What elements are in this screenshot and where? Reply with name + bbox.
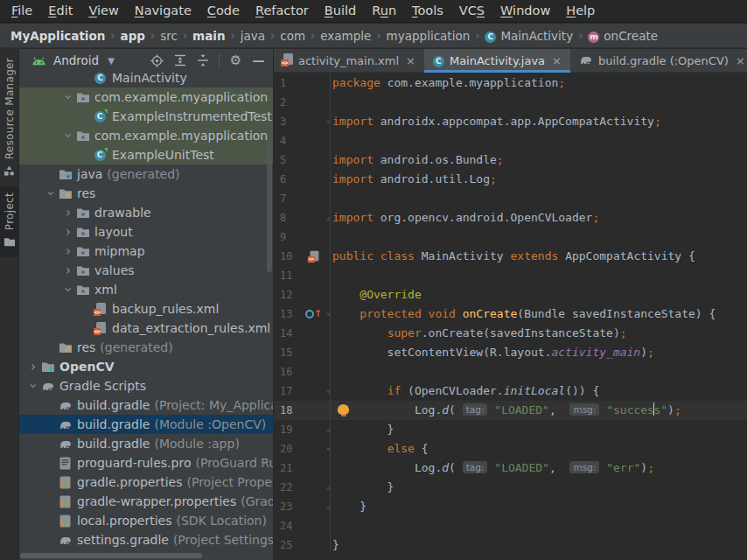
chevron-expanded-icon[interactable]: › <box>61 283 75 297</box>
tab-build-gradle-opencv[interactable]: build.gradle (:OpenCV)× <box>570 49 747 72</box>
tree-item-settings-gradle-project-settings[interactable]: settings.gradle(Project Settings) <box>19 530 273 550</box>
breadcrumb-app[interactable]: app <box>121 29 145 43</box>
menu-help[interactable]: Help <box>558 0 603 22</box>
chevron-expanded-icon[interactable]: › <box>26 379 40 393</box>
toolbar-collapse-all-icon[interactable] <box>195 53 210 68</box>
layout-gutter-icon[interactable]: <> <box>305 247 322 266</box>
module-icon <box>40 360 55 374</box>
tree-item-com-example-myapplication-androidtest[interactable]: ›com.example.myapplication(androidTest) <box>19 88 273 107</box>
close-icon[interactable]: × <box>406 54 415 67</box>
menu-refactor[interactable]: Refactor <box>248 0 317 22</box>
chevron-down-icon[interactable]: ▼ <box>108 56 115 66</box>
chevron-expanded-icon[interactable]: › <box>61 90 75 104</box>
code-text: } <box>331 497 747 516</box>
breadcrumb: MyApplication›app›src›main›java›com›exam… <box>0 24 747 48</box>
intention-bulb-icon[interactable] <box>338 404 349 415</box>
tree-item-values[interactable]: ›values <box>19 261 273 280</box>
toolbar-locate-icon[interactable] <box>150 53 164 68</box>
tree-item-drawable[interactable]: ›drawable <box>19 203 273 222</box>
tree-item-exampleunittest[interactable]: CExampleUnitTest <box>19 145 273 164</box>
breadcrumb-java[interactable]: java <box>241 29 265 43</box>
breadcrumb-src[interactable]: src <box>160 29 178 43</box>
chevron-expanded-icon[interactable]: › <box>61 129 75 143</box>
gutter: 20▿ <box>274 439 331 458</box>
close-icon[interactable]: × <box>552 54 562 67</box>
gutter-icon-spacer <box>305 74 322 93</box>
chevron-collapsed-icon[interactable]: › <box>26 360 40 374</box>
tree-item-build-gradle-project-my-application[interactable]: build.gradle(Project: My_Application) <box>19 396 273 415</box>
code-token: Log. <box>332 461 442 474</box>
toolbar-hide-icon[interactable]: — <box>251 53 266 68</box>
tree-item-gradle-scripts[interactable]: ›Gradle Scripts <box>19 376 273 396</box>
breadcrumb-example[interactable]: example <box>320 29 371 43</box>
menu-window[interactable]: Window <box>492 0 558 22</box>
tree-item-res[interactable]: ›res <box>19 184 273 203</box>
stripe-tab-project[interactable]: Project <box>0 186 19 257</box>
chevron-collapsed-icon[interactable]: › <box>61 244 75 258</box>
code-editor[interactable]: 1package com.example.myapplication;23▿im… <box>274 72 747 560</box>
menu-edit[interactable]: Edit <box>40 0 80 22</box>
menu-file[interactable]: File <box>3 0 40 22</box>
code-line-25: 25} <box>274 536 747 555</box>
method-icon: m <box>588 28 599 43</box>
toolbar-expand-all-icon[interactable] <box>172 53 187 68</box>
code-text: super.onCreate(savedInstanceState); <box>331 324 747 343</box>
code-token: ; <box>674 403 681 416</box>
tab-mainactivity-java[interactable]: CMainActivity.java× <box>424 49 570 72</box>
menu-run[interactable]: Run <box>364 0 404 22</box>
vertical-scrollbar[interactable] <box>267 141 272 272</box>
close-icon[interactable]: × <box>736 54 745 67</box>
tree-item-mipmap[interactable]: ›mipmap <box>19 242 273 261</box>
menu-build[interactable]: Build <box>317 0 364 22</box>
breadcrumb-oncreate[interactable]: monCreate <box>588 28 658 43</box>
tree-item-exampleinstrumentedtest[interactable]: CExampleInstrumentedTest <box>19 107 273 126</box>
breadcrumb-com[interactable]: com <box>280 29 305 43</box>
code-token: ()) { <box>565 384 599 397</box>
line-number: 12 <box>274 285 305 304</box>
line-number: 3 <box>274 112 305 131</box>
override-gutter-icon[interactable]: ↑ <box>305 304 322 324</box>
code-token: initLocal <box>504 384 565 397</box>
code-token: @Override <box>360 288 421 301</box>
code-text <box>331 189 747 208</box>
tree-item-local-properties-sdk-location[interactable]: local.properties(SDK Location) <box>19 511 273 530</box>
breadcrumb-main[interactable]: main <box>192 29 225 43</box>
code-token <box>332 326 387 340</box>
chevron-collapsed-icon[interactable]: › <box>61 206 75 220</box>
tree-item-proguard-rules-pro-proguard-rules-for-app[interactable]: proguard-rules.pro(ProGuard Rules for "a… <box>19 453 273 472</box>
chevron-expanded-icon[interactable]: › <box>44 186 58 200</box>
chevron-collapsed-icon[interactable]: › <box>61 225 75 239</box>
code-token: (OpenCVLoader. <box>408 384 504 397</box>
tree-item-xml[interactable]: ›xml <box>19 280 273 299</box>
tree-item-qualifier: (SDK Location) <box>177 514 267 528</box>
menu-vcs[interactable]: VCS <box>451 0 492 22</box>
tree-item-gradle-properties-project-properties[interactable]: gradle.properties(Project Properties) <box>19 472 273 492</box>
tree-item-mainactivity[interactable]: CMainActivity <box>19 68 273 88</box>
tree-item-gradle-wrapper-properties-gradle-version[interactable]: gradle-wrapper.properties(Gradle Version… <box>19 492 273 511</box>
horizontal-scrollbar[interactable] <box>20 553 202 558</box>
chevron-collapsed-icon[interactable]: › <box>61 263 75 277</box>
tree-item-com-example-myapplication-test[interactable]: ›com.example.myapplication(test) <box>19 126 273 145</box>
menu-view[interactable]: View <box>80 0 126 22</box>
class-icon: C <box>485 28 496 43</box>
tree-item-layout[interactable]: ›layout <box>19 222 273 242</box>
breadcrumb-mainactivity[interactable]: CMainActivity <box>485 28 573 43</box>
menu-navigate[interactable]: Navigate <box>127 0 199 22</box>
tree-item-opencv[interactable]: ›OpenCV <box>19 357 273 376</box>
stripe-tab-resource-manager[interactable]: Resource Manager <box>0 52 19 186</box>
tree-item-res-generated[interactable]: res(generated) <box>19 338 273 357</box>
toolbar-settings-icon[interactable]: ⚙ <box>228 53 243 68</box>
tab-activity-main-xml[interactable]: <>activity_main.xml× <box>274 49 424 72</box>
menu-code[interactable]: Code <box>199 0 248 22</box>
breadcrumb-separator: › <box>150 29 155 42</box>
tree-item-java-generated[interactable]: java(generated) <box>19 164 273 184</box>
project-view-selector[interactable]: Android <box>53 53 99 67</box>
tree-item-build-gradle-module-opencv[interactable]: build.gradle(Module :OpenCV) <box>19 415 273 434</box>
gutter-icon-spacer <box>305 150 322 170</box>
breadcrumb-myapplication[interactable]: myapplication <box>387 29 471 43</box>
tree-item-backup-rules-xml[interactable]: <>backup_rules.xml <box>19 299 273 318</box>
tree-item-build-gradle-module-app[interactable]: build.gradle(Module :app) <box>19 434 273 453</box>
breadcrumb-myapplication[interactable]: MyApplication <box>10 29 105 43</box>
tree-item-data-extraction-rules-xml[interactable]: <>data_extraction_rules.xml <box>19 318 273 338</box>
menu-tools[interactable]: Tools <box>404 0 451 22</box>
